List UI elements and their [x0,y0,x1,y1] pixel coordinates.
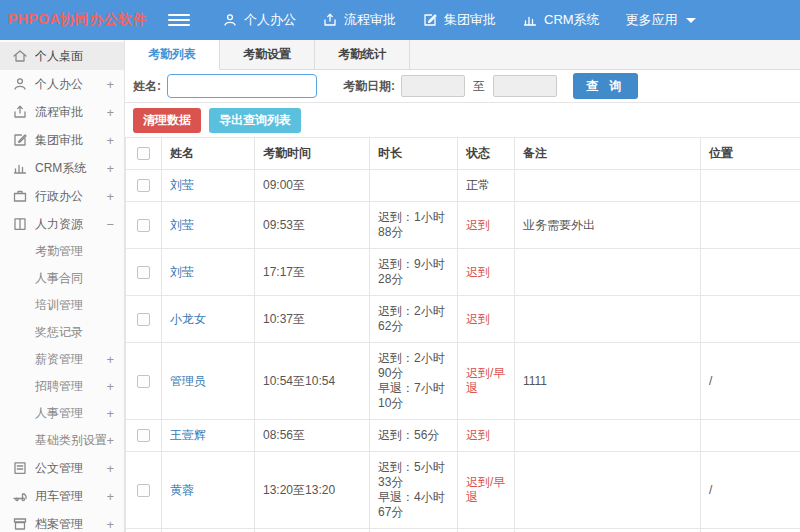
sidebar-item-考勤管理[interactable]: 考勤管理 [0,238,124,265]
topnav-item-1[interactable]: 个人办公 [222,11,296,29]
employee-name-link[interactable]: 刘莹 [170,218,194,232]
sidebar-item-档案管理[interactable]: 档案管理+ [0,510,124,532]
sidebar-item-培训管理[interactable]: 培训管理 [0,292,124,319]
expand-plus-icon[interactable]: + [106,189,114,204]
sidebar-item-label: 培训管理 [35,297,114,314]
table-row: 刘莹17:17至迟到：9小时28分迟到 [126,249,800,296]
sidebar-item-公文管理[interactable]: 公文管理+ [0,454,124,482]
hamburger-menu-icon[interactable] [168,11,190,29]
date-from-input[interactable] [401,75,465,97]
select-all-checkbox[interactable] [137,147,150,160]
attendance-table: 姓名考勤时间时长状态备注位置刘莹09:00至正常刘莹09:53至迟到：1小时88… [125,137,800,532]
duration-cell: 迟到：2小时90分早退：7小时10分 [370,343,458,420]
export-list-button[interactable]: 导出查询列表 [209,108,301,133]
table-header-row: 姓名考勤时间时长状态备注位置 [126,138,800,170]
sidebar-item-label: 公文管理 [35,460,106,477]
main-layout: 个人桌面个人办公+流程审批+集团审批+CRM系统+行政办公+人力资源−考勤管理人… [0,40,800,532]
sidebar-item-人事管理[interactable]: 人事管理+ [0,400,124,427]
row-checkbox[interactable] [137,179,150,192]
expand-plus-icon[interactable]: + [106,379,114,394]
duration-line: 迟到：2小时90分 [378,351,449,381]
name-cell: 小龙女 [162,296,255,343]
sidebar-item-薪资管理[interactable]: 薪资管理+ [0,346,124,373]
sidebar-item-流程审批[interactable]: 流程审批+ [0,98,124,126]
expand-plus-icon[interactable]: + [106,489,114,504]
sidebar-item-人事合同[interactable]: 人事合同 [0,265,124,292]
collapse-minus-icon[interactable]: − [106,217,114,232]
car-icon [12,488,28,504]
sidebar-item-个人桌面[interactable]: 个人桌面 [0,42,124,70]
checkbox-cell [126,343,162,420]
topbar: PHPOA协同办公软件 个人办公流程审批集团审批CRM系统更多应用 [0,0,800,40]
sidebar-item-label: 行政办公 [35,188,106,205]
table-row: 王壹辉08:56至迟到：56分迟到 [126,420,800,452]
name-cell: 黄蓉 [162,452,255,529]
duration-line: 早退：4小时67分 [378,490,449,520]
edit-icon [12,132,28,148]
expand-plus-icon[interactable]: + [106,133,114,148]
expand-plus-icon[interactable]: + [106,161,114,176]
sidebar-item-用车管理[interactable]: 用车管理+ [0,482,124,510]
topnav-item-3[interactable]: 集团审批 [422,11,496,29]
column-header-时长: 时长 [370,138,458,170]
sidebar-item-个人办公[interactable]: 个人办公+ [0,70,124,98]
expand-plus-icon[interactable]: + [106,352,114,367]
location-cell [701,529,800,532]
sidebar-item-集团审批[interactable]: 集团审批+ [0,126,124,154]
user-icon [222,12,238,28]
checkbox-cell [126,296,162,343]
expand-plus-icon[interactable]: + [106,77,114,92]
topnav-item-5[interactable]: 更多应用 [626,11,696,29]
sidebar-item-CRM系统[interactable]: CRM系统+ [0,154,124,182]
expand-plus-icon[interactable]: + [106,406,114,421]
employee-name-link[interactable]: 刘莹 [170,178,194,192]
duration-cell: 迟到：2小时62分 [370,296,458,343]
briefcase-icon [12,188,28,204]
topnav-item-2[interactable]: 流程审批 [322,11,396,29]
tab-考勤列表[interactable]: 考勤列表 [125,40,220,70]
checkbox-cell [126,452,162,529]
expand-plus-icon[interactable]: + [106,517,114,532]
sidebar-item-人力资源[interactable]: 人力资源− [0,210,124,238]
time-cell: 10:54至10:54 [255,343,370,420]
expand-plus-icon[interactable]: + [106,461,114,476]
note-cell: 业务需要外出 [515,202,701,249]
checkbox-cell [126,249,162,296]
sidebar-item-招聘管理[interactable]: 招聘管理+ [0,373,124,400]
row-checkbox[interactable] [137,313,150,326]
tab-考勤统计[interactable]: 考勤统计 [315,40,410,69]
employee-name-link[interactable]: 刘莹 [170,265,194,279]
row-checkbox[interactable] [137,375,150,388]
duration-cell [370,170,458,202]
duration-line: 迟到：9小时28分 [378,257,449,287]
user-icon [12,76,28,92]
sidebar-item-行政办公[interactable]: 行政办公+ [0,182,124,210]
name-filter-input[interactable] [167,74,317,98]
employee-name-link[interactable]: 王壹辉 [170,428,206,442]
time-cell: 09:53至 [255,202,370,249]
employee-name-link[interactable]: 小龙女 [170,312,206,326]
tab-考勤设置[interactable]: 考勤设置 [220,40,315,69]
expand-plus-icon[interactable]: + [106,105,114,120]
row-checkbox[interactable] [137,429,150,442]
sidebar-item-奖惩记录[interactable]: 奖惩记录 [0,319,124,346]
name-cell: 王壹辉 [162,420,255,452]
clear-data-button[interactable]: 清理数据 [133,108,201,133]
employee-name-link[interactable]: 黄蓉 [170,483,194,497]
duration-line: 迟到：1小时88分 [378,210,449,240]
share-icon [322,12,338,28]
row-checkbox[interactable] [137,484,150,497]
time-cell: 17:17至 [255,249,370,296]
checkbox-cell [126,420,162,452]
date-to-input[interactable] [493,75,557,97]
time-cell: 08:56至 [255,420,370,452]
expand-plus-icon[interactable]: + [106,433,114,448]
row-checkbox[interactable] [137,219,150,232]
topnav-item-4[interactable]: CRM系统 [522,11,600,29]
row-checkbox[interactable] [137,266,150,279]
employee-name-link[interactable]: 管理员 [170,374,206,388]
name-cell: 刘莹 [162,170,255,202]
search-button[interactable]: 查 询 [573,73,638,99]
topnav-item-label: 流程审批 [344,11,396,29]
sidebar-item-基础类别设置[interactable]: 基础类别设置+ [0,427,124,454]
